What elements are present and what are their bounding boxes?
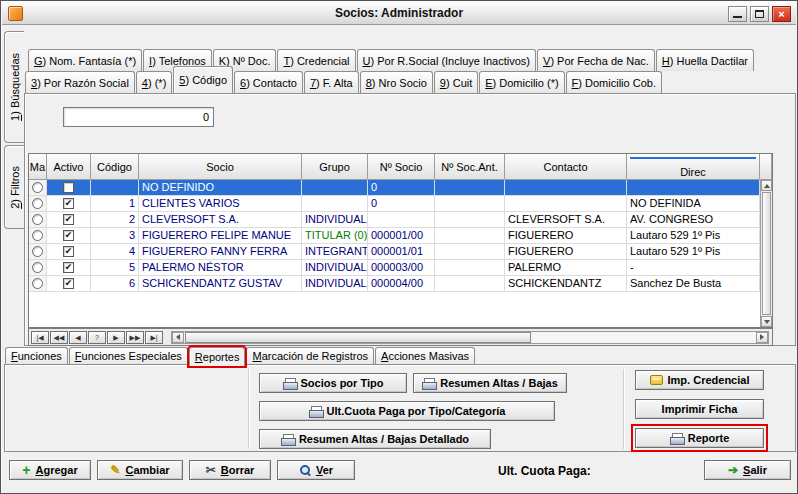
cell-socio[interactable]: SCHICKENDANTZ GUSTAV [139,276,302,292]
resumen-detallado-button[interactable]: Resumen Altas / Bajas Detallado [259,429,491,449]
cell-grupo[interactable] [302,196,368,212]
cell-direccion[interactable]: Lautaro 529 1º Pis [627,244,760,260]
search-tab-row2-2[interactable]: 5) Código [173,66,233,93]
cell-marca[interactable] [29,212,47,228]
nav-last-button[interactable]: ▶| [145,331,163,344]
search-tab-row2-7[interactable]: E) Domicilio (*) [479,71,564,93]
cell-marca[interactable] [29,180,47,196]
activo-checkbox[interactable]: ✔ [63,214,74,225]
cell-grupo[interactable]: INDIVIDUAL [302,260,368,276]
cell-nro-soc-ant[interactable] [435,276,505,292]
cell-nro-soc-ant[interactable] [435,212,505,228]
search-tab-row2-6[interactable]: 9) Cuit [434,71,478,93]
search-tab-row2-8[interactable]: F) Domicilio Cob. [566,71,662,93]
scroll-up-icon[interactable] [761,180,772,191]
cell-contacto[interactable]: FIGUERERO [505,228,627,244]
cell-nro-socio[interactable]: 0 [368,180,435,196]
cell-codigo[interactable]: 4 [91,244,139,260]
cell-socio[interactable]: CLEVERSOFT S.A. [139,212,302,228]
search-tab-row1-0[interactable]: G) Nom. Fantasía (*) [28,49,142,71]
cell-activo[interactable]: ✔ [47,260,91,276]
bottom-tab-4[interactable]: Acciones Masivas [375,347,475,364]
cell-grupo[interactable]: INDIVIDUAL [302,212,368,228]
ver-button[interactable]: Ver [277,460,355,480]
radio-indicator[interactable] [32,246,43,257]
cell-contacto[interactable]: PALERMO [505,260,627,276]
activo-checkbox[interactable]: ✔ [63,262,74,273]
grid-row[interactable]: ✔5PALERMO NÉSTORINDIVIDUAL000003/00PALER… [29,260,772,276]
cell-socio[interactable]: FIGUERERO FANNY FERRA [139,244,302,260]
cell-direccion[interactable] [627,180,760,196]
nav-prior-button[interactable]: ◀ [69,331,87,344]
bottom-tab-0[interactable]: Funciones [5,347,68,364]
radio-indicator[interactable] [32,198,43,209]
vertical-scroll-thumb[interactable] [762,192,771,315]
cell-nro-socio[interactable]: 000004/00 [368,276,435,292]
cell-nro-soc-ant[interactable] [435,196,505,212]
cell-nro-soc-ant[interactable] [435,260,505,276]
cell-socio[interactable]: CLIENTES VARIOS [139,196,302,212]
scroll-left-icon[interactable] [172,332,184,343]
cell-grupo[interactable]: INDIVIDUAL [302,276,368,292]
column-header-7[interactable]: Contacto [505,154,627,180]
resumen-altas-bajas-button[interactable]: Resumen Altas / Bajas [413,373,567,393]
activo-checkbox[interactable]: ✔ [63,246,74,257]
cell-grupo[interactable]: TITULAR (0) [302,228,368,244]
close-button[interactable]: × [772,6,791,22]
scroll-right-icon[interactable] [756,332,768,343]
cell-contacto[interactable] [505,196,627,212]
bottom-tab-2[interactable]: Reportes [189,347,246,366]
search-tab-row1-3[interactable]: T) Credencial [277,49,355,71]
cell-contacto[interactable]: SCHICKENDANTZ [505,276,627,292]
cell-direccion[interactable]: Lautaro 529 1º Pis [627,228,760,244]
agregar-button[interactable]: + Agregar [9,460,91,480]
cell-marca[interactable] [29,196,47,212]
grid-horizontal-scrollbar[interactable] [171,331,769,344]
cell-nro-socio[interactable]: 000001/01 [368,244,435,260]
cell-activo[interactable]: ✔ [47,212,91,228]
column-header-1[interactable]: Activo [47,154,91,180]
search-tab-row1-4[interactable]: U) Por R.Social (Incluye Inactivos) [357,49,537,71]
cell-direccion[interactable]: AV. CONGRESO [627,212,760,228]
grid-row[interactable]: ✔6SCHICKENDANTZ GUSTAVINDIVIDUAL000004/0… [29,276,772,292]
cell-direccion[interactable]: NO DEFINIDA [627,196,760,212]
cell-nro-socio[interactable]: 000001/00 [368,228,435,244]
cell-marca[interactable] [29,244,47,260]
cell-codigo[interactable]: 5 [91,260,139,276]
cell-codigo[interactable] [91,180,139,196]
cell-socio[interactable]: PALERMO NÉSTOR [139,260,302,276]
search-tab-row2-0[interactable]: 3) Por Razón Social [25,71,135,93]
cell-direccion[interactable]: Sanchez De Busta [627,276,760,292]
search-tab-row2-3[interactable]: 6) Contacto [234,71,303,93]
side-tab-1[interactable]: 1) Búsquedas [4,31,24,143]
maximize-button[interactable] [750,6,769,22]
radio-indicator[interactable] [32,262,43,273]
cell-marca[interactable] [29,276,47,292]
cell-codigo[interactable]: 6 [91,276,139,292]
grid-row[interactable]: ✔1CLIENTES VARIOS0NO DEFINIDA [29,196,772,212]
activo-checkbox[interactable]: ✔ [63,230,74,241]
cell-activo[interactable]: ✔ [47,196,91,212]
search-tab-row1-6[interactable]: H) Huella Dactilar [656,49,754,71]
activo-checkbox[interactable] [63,182,74,193]
nav-next-button[interactable]: ▶ [107,331,125,344]
cell-activo[interactable]: ✔ [47,276,91,292]
cell-nro-soc-ant[interactable] [435,180,505,196]
cell-nro-soc-ant[interactable] [435,244,505,260]
cell-nro-socio[interactable] [368,212,435,228]
borrar-button[interactable]: ✂ Borrar [189,460,271,480]
activo-checkbox[interactable]: ✔ [63,278,74,289]
nav-prior-page-button[interactable]: ◀◀ [50,331,68,344]
radio-indicator[interactable] [32,214,43,225]
ult-cuota-tipo-button[interactable]: Ult.Cuota Paga por Tipo/Categoría [259,401,555,421]
radio-indicator[interactable] [32,230,43,241]
nav-next-page-button[interactable]: ▶▶ [126,331,144,344]
cell-nro-socio[interactable]: 000003/00 [368,260,435,276]
grid-row[interactable]: NO DEFINIDO0 [29,180,772,196]
cell-direccion[interactable]: - [627,260,760,276]
cell-activo[interactable] [47,180,91,196]
column-header-0[interactable]: Ma [29,154,47,180]
column-header-8[interactable]: Direc [627,154,760,180]
cell-contacto[interactable]: FIGUERERO [505,244,627,260]
salir-button[interactable]: ➔ Salir [704,460,791,480]
